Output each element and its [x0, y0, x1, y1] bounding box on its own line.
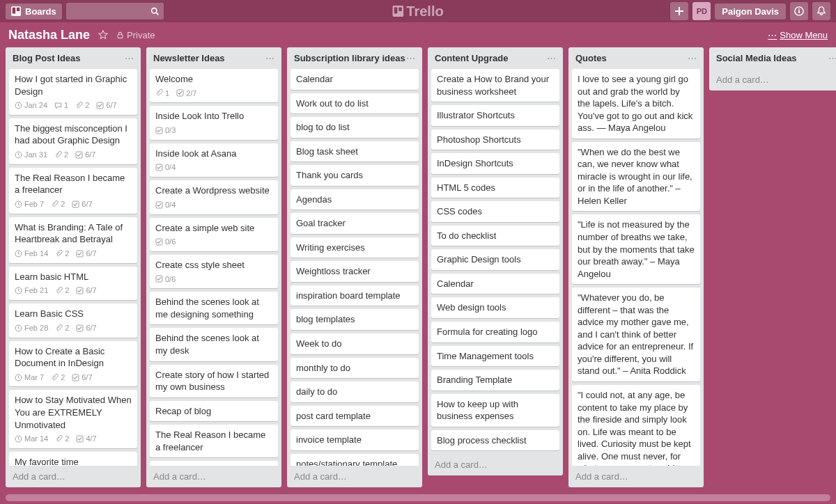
card[interactable]: Create a How to Brand your business work…: [431, 69, 559, 102]
create-button[interactable]: [670, 2, 688, 20]
list-title[interactable]: Newsletter Ideas: [153, 53, 225, 63]
board-canvas[interactable]: Blog Post Ideas⋯How I got started in Gra…: [0, 47, 836, 493]
card[interactable]: Inside look at Asana0/4: [150, 143, 278, 177]
card[interactable]: Inside Look Into Trello0/3: [150, 106, 278, 139]
list-title[interactable]: Social Media Ideas: [716, 53, 797, 63]
card[interactable]: Weightloss tracker: [291, 261, 419, 282]
card[interactable]: Behind the scenes look at my desk: [150, 328, 278, 361]
card[interactable]: Create story of how I started my own bus…: [150, 365, 278, 397]
card[interactable]: The Real Reason I became a freelancer: [150, 425, 278, 457]
add-card-button[interactable]: Add a card…: [428, 454, 563, 475]
card[interactable]: daily to do: [291, 381, 419, 402]
card[interactable]: Freelancing steps: [150, 461, 278, 466]
card-title: To do checklist: [437, 230, 554, 242]
card[interactable]: Time Management tools: [431, 346, 559, 367]
horizontal-scrollbar[interactable]: [6, 494, 830, 501]
card[interactable]: Writing exercises: [291, 237, 419, 258]
add-card-button[interactable]: Add a card…: [568, 466, 704, 487]
list-menu-button[interactable]: ⋯: [547, 53, 556, 63]
card[interactable]: Week to do: [291, 333, 419, 354]
card[interactable]: Recap of blog: [150, 401, 278, 422]
card[interactable]: Graphic Design tools: [431, 249, 559, 270]
card[interactable]: inspiration board template: [291, 285, 419, 306]
star-button[interactable]: [98, 30, 108, 40]
card[interactable]: Illustrator Shortcuts: [431, 105, 559, 126]
card[interactable]: Photoshop Shortcuts: [431, 129, 559, 150]
add-card-button[interactable]: Add a card…: [6, 466, 141, 487]
boards-button[interactable]: Boards: [6, 3, 62, 19]
card[interactable]: How I got started in Graphic DesignJan 2…: [9, 69, 137, 115]
card[interactable]: Calendar: [431, 274, 559, 294]
privacy-button[interactable]: Private: [116, 30, 155, 40]
board-name[interactable]: Natasha Lane: [8, 28, 90, 42]
card[interactable]: How to keep up with business expenses: [431, 394, 559, 427]
user-menu-button[interactable]: Paigon Davis: [715, 3, 786, 19]
card[interactable]: "I could not, at any age, be content to …: [572, 385, 700, 466]
search-input[interactable]: [66, 3, 164, 19]
info-button[interactable]: [790, 2, 808, 20]
card-title: "Whatever you do, be different – that wa…: [578, 292, 695, 377]
card[interactable]: CSS codes: [431, 201, 559, 222]
list-menu-button[interactable]: ⋯: [828, 53, 836, 63]
card[interactable]: monthly to do: [291, 358, 419, 379]
card-title: inspiration board template: [296, 290, 413, 302]
trello-logo[interactable]: Trello: [392, 3, 443, 19]
add-card-composer[interactable]: Add a card…: [709, 69, 836, 90]
show-menu-button[interactable]: ⋯ Show Menu: [768, 30, 828, 40]
card[interactable]: Calendar: [291, 69, 419, 90]
list-title[interactable]: Subscription library ideas: [294, 53, 405, 63]
card[interactable]: Learn basic HTMLFeb 2126/7: [9, 267, 137, 300]
card[interactable]: Thank you cards: [291, 165, 419, 186]
notifications-button[interactable]: [812, 2, 830, 20]
svg-point-3: [151, 8, 156, 13]
card[interactable]: How to Stay Motivated When You are EXTRE…: [9, 390, 137, 448]
user-avatar[interactable]: PD: [692, 2, 711, 20]
card[interactable]: "Life is not measured by the number of b…: [572, 214, 700, 284]
card[interactable]: I love to see a young girl go out and gr…: [572, 69, 700, 139]
card[interactable]: Blog process checklist: [431, 430, 559, 451]
card[interactable]: Welcome12/7: [150, 69, 278, 102]
card[interactable]: The biggest misconception I had about Gr…: [9, 118, 137, 164]
badge-date: Feb 21: [15, 285, 48, 296]
list-header: Subscription library ideas⋯: [287, 47, 422, 69]
card[interactable]: blog to do list: [291, 117, 419, 138]
card[interactable]: The Real Reason I became a freelancerFeb…: [9, 168, 137, 214]
card[interactable]: How to Create a Basic Document in InDesi…: [9, 341, 137, 387]
list-title[interactable]: Content Upgrade: [435, 53, 508, 63]
card[interactable]: "Whatever you do, be different – that wa…: [572, 288, 700, 381]
card[interactable]: To do checklist: [431, 226, 559, 246]
card[interactable]: Branding Template: [431, 370, 559, 391]
card[interactable]: Web design tools: [431, 297, 559, 318]
card[interactable]: Formula for creating logo: [431, 322, 559, 342]
card[interactable]: invoice template: [291, 430, 419, 450]
card[interactable]: "When we do the best we can, we never kn…: [572, 142, 700, 212]
list-menu-button[interactable]: ⋯: [688, 53, 697, 63]
card[interactable]: Goal tracker: [291, 213, 419, 234]
card[interactable]: blog templates: [291, 309, 419, 330]
badge-attach: 2: [55, 434, 69, 444]
card[interactable]: Behind the scenes look at me designing s…: [150, 292, 278, 324]
list-menu-button[interactable]: ⋯: [265, 53, 274, 63]
list-menu-button[interactable]: ⋯: [406, 53, 415, 63]
add-card-button[interactable]: Add a card…: [287, 466, 422, 487]
card[interactable]: What is Branding: A Tale of Heartbreak a…: [9, 217, 137, 263]
card[interactable]: Agendas: [291, 189, 419, 210]
card[interactable]: Blog task sheet: [291, 141, 419, 162]
list-title[interactable]: Blog Post Ideas: [13, 53, 81, 63]
card[interactable]: Create a simple web site0/6: [150, 218, 278, 251]
card[interactable]: post card template: [291, 406, 419, 427]
card[interactable]: HTML 5 codes: [431, 178, 559, 198]
card-title: Thank you cards: [296, 169, 413, 182]
card[interactable]: Create css style sheet0/6: [150, 255, 278, 288]
card[interactable]: Work out to do list: [291, 93, 419, 114]
card[interactable]: Create a Wordpress website0/4: [150, 180, 278, 214]
card[interactable]: Learn Basic CSSFeb 2826/7: [9, 304, 137, 337]
add-card-button[interactable]: Add a card…: [146, 466, 281, 487]
card[interactable]: notes/stationary template: [291, 454, 419, 466]
card[interactable]: My favorite time management toolsMar 212…: [9, 452, 137, 466]
search-icon: [150, 7, 160, 16]
list: Blog Post Ideas⋯How I got started in Gra…: [6, 47, 141, 487]
card[interactable]: InDesign Shortcuts: [431, 153, 559, 174]
list-title[interactable]: Quotes: [575, 53, 607, 63]
list-menu-button[interactable]: ⋯: [125, 53, 134, 63]
